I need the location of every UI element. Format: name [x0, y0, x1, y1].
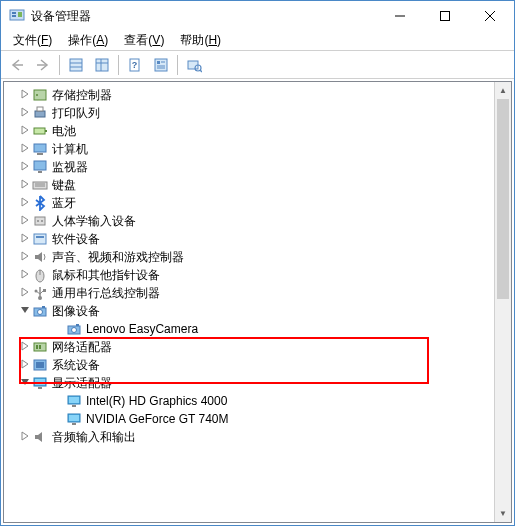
device-tree-item[interactable]: 网络适配器: [4, 338, 494, 356]
tree-item-label: Intel(R) HD Graphics 4000: [86, 394, 227, 408]
svg-rect-30: [34, 128, 45, 134]
software-icon: [32, 231, 48, 247]
expand-icon[interactable]: [18, 197, 32, 209]
camera-icon: [66, 321, 82, 337]
content-area: 存储控制器打印队列电池计算机监视器键盘蓝牙人体学输入设备软件设备声音、视频和游戏…: [3, 81, 512, 523]
properties-button[interactable]: [149, 53, 173, 77]
expand-icon[interactable]: [18, 359, 32, 371]
device-tree-item[interactable]: 软件设备: [4, 230, 494, 248]
device-tree-item[interactable]: 打印队列: [4, 104, 494, 122]
window-title: 设备管理器: [31, 8, 377, 25]
maximize-button[interactable]: [422, 2, 467, 30]
device-tree-item[interactable]: 鼠标和其他指针设备: [4, 266, 494, 284]
tree-item-label: Lenovo EasyCamera: [86, 322, 198, 336]
tree-item-label: 键盘: [52, 177, 76, 194]
tree-item-label: 蓝牙: [52, 195, 76, 212]
svg-rect-5: [440, 12, 449, 21]
monitor-icon: [32, 159, 48, 175]
expand-icon[interactable]: [18, 143, 32, 155]
expand-icon[interactable]: [18, 215, 32, 227]
scan-hardware-button[interactable]: [182, 53, 206, 77]
keyboard-icon: [32, 177, 48, 193]
expand-icon[interactable]: [18, 287, 32, 299]
device-tree-item[interactable]: 通用串行总线控制器: [4, 284, 494, 302]
close-button[interactable]: [467, 2, 512, 30]
expand-icon[interactable]: [18, 251, 32, 263]
expand-icon[interactable]: [18, 233, 32, 245]
svg-rect-71: [72, 423, 76, 425]
titlebar[interactable]: 设备管理器: [1, 1, 514, 31]
tree-item-label: 网络适配器: [52, 339, 112, 356]
device-tree-item[interactable]: 显示适配器: [4, 374, 494, 392]
view-list-button[interactable]: [64, 53, 88, 77]
svg-rect-57: [76, 324, 79, 326]
battery-icon: [32, 123, 48, 139]
tree-item-label: 电池: [52, 123, 76, 140]
device-tree-item[interactable]: 声音、视频和游戏控制器: [4, 248, 494, 266]
svg-rect-42: [34, 234, 46, 244]
expand-icon[interactable]: [18, 89, 32, 101]
device-tree-item[interactable]: 键盘: [4, 176, 494, 194]
menu-action[interactable]: 操作(A): [60, 31, 116, 50]
forward-button[interactable]: [31, 53, 55, 77]
collapse-icon[interactable]: [18, 305, 32, 317]
device-tree-item[interactable]: 音频输入和输出: [4, 428, 494, 446]
vertical-scrollbar[interactable]: ▲ ▼: [494, 82, 511, 522]
scroll-down-arrow[interactable]: ▼: [495, 505, 511, 522]
svg-rect-26: [34, 90, 46, 100]
menu-view[interactable]: 查看(V): [116, 31, 172, 50]
computer-icon: [32, 141, 48, 157]
svg-rect-31: [45, 130, 47, 132]
device-tree-item[interactable]: 电池: [4, 122, 494, 140]
device-tree-child-item[interactable]: Intel(R) HD Graphics 4000: [4, 392, 494, 410]
svg-rect-59: [36, 345, 38, 349]
device-tree-item[interactable]: 存储控制器: [4, 86, 494, 104]
expand-icon[interactable]: [18, 341, 32, 353]
mouse-icon: [32, 267, 48, 283]
device-tree-child-item[interactable]: Lenovo EasyCamera: [4, 320, 494, 338]
menubar: 文件(F) 操作(A) 查看(V) 帮助(H): [1, 31, 514, 51]
back-button[interactable]: [5, 53, 29, 77]
svg-rect-67: [69, 397, 79, 403]
collapse-icon[interactable]: [18, 377, 32, 389]
device-tree-item[interactable]: 计算机: [4, 140, 494, 158]
tree-item-label: 声音、视频和游戏控制器: [52, 249, 184, 266]
expand-icon[interactable]: [18, 161, 32, 173]
toolbar-separator: [59, 55, 60, 75]
minimize-button[interactable]: [377, 2, 422, 30]
svg-rect-54: [42, 306, 45, 308]
menu-help[interactable]: 帮助(H): [172, 31, 229, 50]
tree-item-label: 通用串行总线控制器: [52, 285, 160, 302]
expand-icon[interactable]: [18, 431, 32, 443]
device-tree-child-item[interactable]: NVIDIA GeForce GT 740M: [4, 410, 494, 428]
expand-icon[interactable]: [18, 179, 32, 191]
svg-rect-68: [72, 405, 76, 407]
device-tree-item[interactable]: 系统设备: [4, 356, 494, 374]
device-tree-item[interactable]: 蓝牙: [4, 194, 494, 212]
app-icon: [9, 8, 25, 24]
scroll-up-arrow[interactable]: ▲: [495, 82, 511, 99]
tree-item-label: 音频输入和输出: [52, 429, 136, 446]
svg-text:?: ?: [132, 60, 138, 70]
tree-item-label: 人体学输入设备: [52, 213, 136, 230]
device-tree-item[interactable]: 图像设备: [4, 302, 494, 320]
device-tree-item[interactable]: 人体学输入设备: [4, 212, 494, 230]
bluetooth-icon: [32, 195, 48, 211]
menu-file[interactable]: 文件(F): [5, 31, 60, 50]
device-tree[interactable]: 存储控制器打印队列电池计算机监视器键盘蓝牙人体学输入设备软件设备声音、视频和游戏…: [4, 82, 494, 522]
tree-item-label: 软件设备: [52, 231, 100, 248]
help-button[interactable]: ?: [123, 53, 147, 77]
svg-rect-35: [38, 171, 42, 173]
svg-rect-1: [12, 12, 16, 14]
view-details-button[interactable]: [90, 53, 114, 77]
scroll-thumb[interactable]: [497, 99, 509, 299]
tree-item-label: 打印队列: [52, 105, 100, 122]
expand-icon[interactable]: [18, 107, 32, 119]
tree-item-label: NVIDIA GeForce GT 740M: [86, 412, 229, 426]
display-icon: [66, 393, 82, 409]
camera-icon: [32, 303, 48, 319]
expand-icon[interactable]: [18, 125, 32, 137]
device-tree-item[interactable]: 监视器: [4, 158, 494, 176]
svg-point-40: [37, 220, 39, 222]
expand-icon[interactable]: [18, 269, 32, 281]
